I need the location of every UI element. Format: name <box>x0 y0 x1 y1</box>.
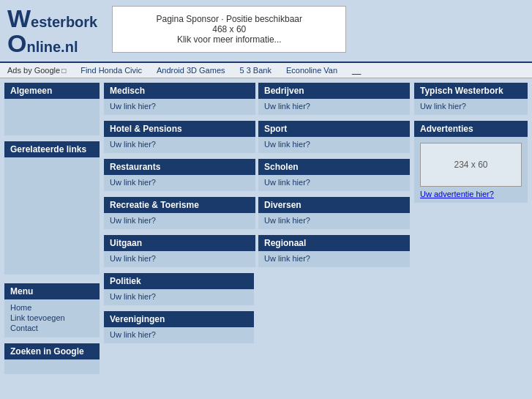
bedrijven-link[interactable]: Uw link hier? <box>264 102 310 111</box>
ads-icon: □ <box>61 67 66 75</box>
logo: W esterbork O nline.nl <box>7 6 97 56</box>
ad-link[interactable]: Uw advertentie hier? <box>420 190 494 198</box>
ad-size: 234 x 60 <box>454 160 487 170</box>
medisch-link[interactable]: Uw link hier? <box>110 102 156 111</box>
algemeen-box: Algemeen <box>4 83 100 135</box>
ad-banner[interactable]: 234 x 60 <box>420 143 522 187</box>
sport-body: Uw link hier? <box>258 137 410 153</box>
sport-link[interactable]: Uw link hier? <box>264 140 310 149</box>
uitgaan-header: Uitgaan <box>104 235 255 251</box>
menu-link-toevoegen[interactable]: Link toevoegen <box>10 313 94 323</box>
diversen-body: Uw link hier? <box>258 213 410 229</box>
advertenties-header: Advertenties <box>414 121 528 137</box>
logo-rest2: nline.nl <box>26 39 78 56</box>
regionaal-body: Uw link hier? <box>258 251 410 267</box>
menu-box: Menu Home Link toevoegen Contact <box>4 283 100 338</box>
algemeen-header: Algemeen <box>4 83 100 99</box>
typisch-body: Uw link hier? <box>414 99 528 115</box>
typisch-box: Typisch Westerbork Uw link hier? <box>414 83 528 115</box>
advertenties-body: 234 x 60 Uw advertentie hier? <box>414 137 528 203</box>
algemeen-body <box>4 99 100 135</box>
advertenties-box: Advertenties 234 x 60 Uw advertentie hie… <box>414 121 528 203</box>
left-column: Algemeen Gerelateerde links Menu Home Li… <box>4 83 100 377</box>
bedrijven-header: Bedrijven <box>258 83 410 99</box>
recreatie-body: Uw link hier? <box>104 213 255 229</box>
uitgaan-link[interactable]: Uw link hier? <box>110 254 156 263</box>
recreatie-header: Recreatie & Toerisme <box>104 197 255 213</box>
regionaal-header: Regionaal <box>258 235 410 251</box>
zoeken-body <box>4 359 100 374</box>
sponsor-line1: Pagina Sponsor · Positie beschikbaar <box>127 14 331 24</box>
ad-link-4[interactable]: Econoline Van <box>286 66 337 75</box>
gerelateerde-body <box>4 157 100 275</box>
verenigingen-header: Verenigingen <box>104 311 254 327</box>
ad-link-3[interactable]: 5 3 Bank <box>240 66 271 75</box>
ad-link-1[interactable]: Find Honda Civic <box>80 66 142 75</box>
sport-header: Sport <box>258 121 410 137</box>
gerelateerde-box: Gerelateerde links <box>4 141 100 275</box>
typisch-header: Typisch Westerbork <box>414 83 528 99</box>
scholen-body: Uw link hier? <box>258 175 410 191</box>
diversen-header: Diversen <box>258 197 410 213</box>
regionaal-link[interactable]: Uw link hier? <box>264 254 310 263</box>
hotel-box: Hotel & Pensions Uw link hier? <box>104 121 255 153</box>
hotel-body: Uw link hier? <box>104 137 255 153</box>
restaurants-header: Restaurants <box>104 159 255 175</box>
hotel-header: Hotel & Pensions <box>104 121 255 137</box>
politiek-link[interactable]: Uw link hier? <box>110 292 156 301</box>
typisch-link[interactable]: Uw link hier? <box>420 102 466 111</box>
restaurants-box: Restaurants Uw link hier? <box>104 159 255 191</box>
sponsor-line3: Klik voor meer informatie... <box>127 34 331 45</box>
medisch-box: Medisch Uw link hier? <box>104 83 255 115</box>
menu-contact[interactable]: Contact <box>10 323 94 333</box>
ad-link-2[interactable]: Android 3D Games <box>157 66 225 75</box>
regionaal-box: Regionaal Uw link hier? <box>258 235 410 267</box>
logo-w: W <box>7 6 31 31</box>
politiek-box: Politiek Uw link hier? <box>104 273 254 305</box>
zoeken-header: Zoeken in Google <box>4 343 100 359</box>
ads-by-google: Ads by Google □ <box>7 66 66 75</box>
verenigingen-body: Uw link hier? <box>104 327 254 343</box>
uitgaan-box: Uitgaan Uw link hier? <box>104 235 255 267</box>
diversen-box: Diversen Uw link hier? <box>258 197 410 229</box>
politiek-body: Uw link hier? <box>104 289 254 305</box>
bedrijven-box: Bedrijven Uw link hier? <box>258 83 410 115</box>
scholen-header: Scholen <box>258 159 410 175</box>
politiek-header: Politiek <box>104 273 254 289</box>
uitgaan-body: Uw link hier? <box>104 251 255 267</box>
recreatie-link[interactable]: Uw link hier? <box>110 216 156 225</box>
scholen-box: Scholen Uw link hier? <box>258 159 410 191</box>
center-column: Medisch Uw link hier? Bedrijven Uw link … <box>104 83 410 377</box>
restaurants-link[interactable]: Uw link hier? <box>110 178 156 187</box>
ad-sep: __ <box>352 66 361 75</box>
menu-body: Home Link toevoegen Contact <box>4 299 100 338</box>
right-column: Typisch Westerbork Uw link hier? Adverte… <box>414 83 528 377</box>
bedrijven-body: Uw link hier? <box>258 99 410 115</box>
recreatie-box: Recreatie & Toerisme Uw link hier? <box>104 197 255 229</box>
verenigingen-box: Verenigingen Uw link hier? <box>104 311 254 343</box>
sponsor-line2: 468 x 60 <box>127 24 331 34</box>
restaurants-body: Uw link hier? <box>104 175 255 191</box>
sport-box: Sport Uw link hier? <box>258 121 410 153</box>
gerelateerde-header: Gerelateerde links <box>4 141 100 157</box>
diversen-link[interactable]: Uw link hier? <box>264 216 310 225</box>
zoeken-box: Zoeken in Google <box>4 343 100 374</box>
ads-bar: Ads by Google □ Find Honda Civic Android… <box>0 61 532 78</box>
logo-o: O <box>7 31 26 56</box>
sponsor-box[interactable]: Pagina Sponsor · Positie beschikbaar 468… <box>112 6 346 53</box>
logo-rest1: esterbork <box>31 14 97 31</box>
menu-header: Menu <box>4 283 100 299</box>
scholen-link[interactable]: Uw link hier? <box>264 178 310 187</box>
medisch-body: Uw link hier? <box>104 99 255 115</box>
menu-home[interactable]: Home <box>10 302 94 313</box>
medisch-header: Medisch <box>104 83 255 99</box>
verenigingen-link[interactable]: Uw link hier? <box>110 330 156 339</box>
hotel-link[interactable]: Uw link hier? <box>110 140 156 149</box>
